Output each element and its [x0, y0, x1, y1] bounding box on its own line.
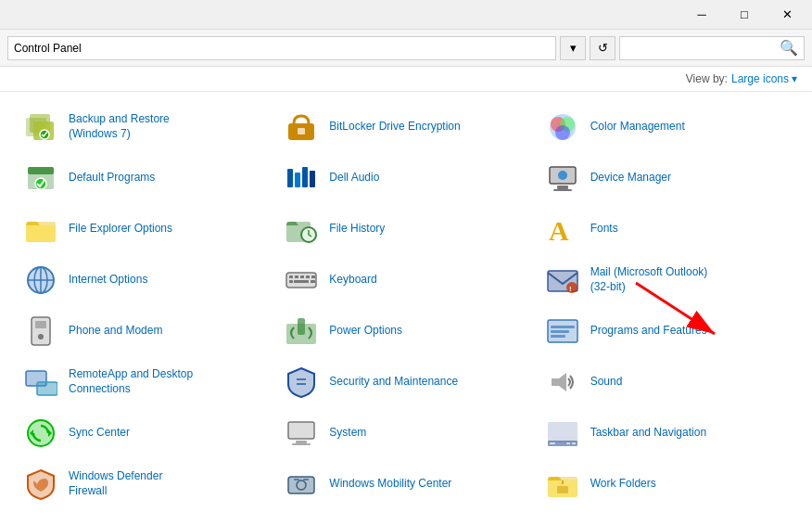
list-item[interactable]: Power Options — [275, 307, 536, 354]
svg-rect-37 — [300, 275, 304, 278]
list-item[interactable]: Work Folders — [537, 460, 797, 507]
list-item[interactable]: Backup and Restore (Windows 7) — [15, 103, 275, 150]
list-item[interactable]: !Mail (Microsoft Outlook) (32-bit) — [537, 256, 797, 303]
search-input[interactable] — [626, 42, 780, 55]
svg-rect-60 — [37, 382, 57, 395]
svg-point-21 — [558, 171, 567, 180]
item-label: File Explorer Options — [69, 222, 172, 237]
list-item[interactable]: Color Management — [537, 103, 797, 150]
address-input[interactable] — [14, 42, 550, 55]
svg-rect-40 — [289, 280, 293, 283]
item-label: Backup and Restore (Windows 7) — [69, 112, 170, 141]
item-label: Phone and Modem — [69, 324, 162, 339]
svg-rect-39 — [311, 275, 315, 278]
svg-rect-76 — [566, 442, 570, 444]
close-button[interactable]: ✕ — [766, 0, 808, 30]
list-item[interactable]: Dell Audio — [275, 154, 536, 201]
item-icon — [22, 313, 59, 350]
list-item[interactable]: Device Manager — [537, 154, 797, 201]
item-label: Work Folders — [590, 477, 656, 492]
svg-rect-62 — [297, 378, 306, 380]
list-item[interactable]: Sync Center — [15, 409, 275, 456]
viewby-bar: View by: Large icons ▾ — [0, 67, 812, 92]
item-icon — [544, 109, 581, 146]
svg-marker-64 — [552, 373, 566, 391]
item-icon — [544, 466, 581, 503]
item-label: Dell Audio — [329, 171, 379, 186]
list-item[interactable]: File History — [275, 205, 536, 252]
viewby-label: View by: — [686, 72, 728, 85]
list-item[interactable]: Internet Options — [15, 256, 275, 303]
item-label: Default Programs — [69, 171, 155, 186]
item-label: Windows Mobility Center — [329, 477, 451, 492]
svg-rect-49 — [35, 321, 46, 328]
address-bar[interactable] — [7, 36, 556, 60]
item-icon — [283, 313, 320, 350]
item-label: BitLocker Drive Encryption — [329, 120, 460, 134]
item-icon — [22, 109, 59, 146]
list-item[interactable]: Programs and Features — [537, 307, 797, 354]
list-item[interactable]: Keyboard — [275, 256, 536, 303]
list-item[interactable]: Security and Maintenance — [275, 358, 536, 405]
list-item[interactable]: RemoteApp and Desktop Connections — [15, 358, 275, 405]
item-label: Programs and Features — [590, 324, 707, 339]
refresh-button[interactable]: ↺ — [590, 36, 615, 60]
list-item[interactable]: System — [275, 409, 536, 456]
svg-rect-56 — [551, 330, 569, 333]
svg-rect-41 — [294, 280, 309, 283]
item-icon — [22, 415, 59, 452]
viewby-chevron-icon: ▾ — [792, 72, 797, 85]
list-item[interactable]: Windows Mobility Center — [275, 460, 536, 507]
title-bar: ─ □ ✕ — [0, 0, 812, 30]
svg-rect-36 — [295, 275, 298, 278]
item-icon — [283, 364, 320, 401]
svg-rect-38 — [306, 275, 310, 278]
svg-rect-71 — [296, 441, 307, 443]
maximize-button[interactable]: □ — [723, 0, 766, 30]
svg-rect-75 — [550, 442, 555, 444]
item-icon — [283, 109, 320, 146]
svg-rect-42 — [311, 280, 315, 283]
list-item[interactable]: BitLocker Drive Encryption — [275, 103, 536, 150]
dropdown-button[interactable]: ▾ — [560, 36, 586, 60]
item-icon — [544, 364, 581, 401]
item-icon — [544, 160, 581, 197]
list-item[interactable]: Sound — [537, 358, 797, 405]
item-icon — [22, 466, 59, 503]
svg-rect-35 — [289, 275, 293, 278]
item-label: Taskbar and Navigation — [590, 426, 706, 441]
svg-rect-23 — [26, 225, 56, 242]
item-label: Device Manager — [590, 171, 671, 186]
item-icon — [283, 211, 320, 248]
svg-rect-52 — [298, 318, 305, 335]
list-item[interactable]: AFonts — [537, 205, 797, 252]
item-label: Mail (Microsoft Outlook) (32-bit) — [590, 265, 708, 294]
search-bar[interactable]: 🔍 — [619, 36, 805, 60]
svg-rect-77 — [572, 442, 576, 444]
svg-rect-82 — [303, 479, 309, 480]
svg-rect-20 — [553, 189, 572, 191]
svg-rect-13 — [287, 169, 293, 187]
list-item[interactable]: Windows Defender Firewall — [15, 460, 275, 507]
search-icon: 🔍 — [780, 39, 798, 57]
item-label: Sync Center — [69, 426, 130, 441]
svg-rect-19 — [557, 186, 568, 189]
viewby-value-text: Large icons — [731, 72, 789, 85]
svg-rect-55 — [551, 326, 575, 328]
svg-rect-85 — [557, 486, 568, 493]
item-label: System — [329, 426, 366, 441]
item-icon — [22, 211, 59, 248]
svg-rect-11 — [28, 167, 54, 174]
svg-rect-15 — [302, 167, 308, 187]
list-item[interactable]: Phone and Modem — [15, 307, 275, 354]
list-item[interactable]: File Explorer Options — [15, 205, 275, 252]
svg-rect-72 — [292, 443, 311, 445]
item-icon — [544, 415, 581, 452]
svg-point-45 — [566, 282, 577, 293]
list-item[interactable]: Default Programs — [15, 154, 275, 201]
svg-rect-5 — [298, 128, 305, 134]
viewby-dropdown[interactable]: Large icons ▾ — [731, 72, 797, 85]
minimize-button[interactable]: ─ — [680, 0, 723, 30]
item-label: Security and Maintenance — [329, 375, 458, 390]
list-item[interactable]: Taskbar and Navigation — [537, 409, 797, 456]
